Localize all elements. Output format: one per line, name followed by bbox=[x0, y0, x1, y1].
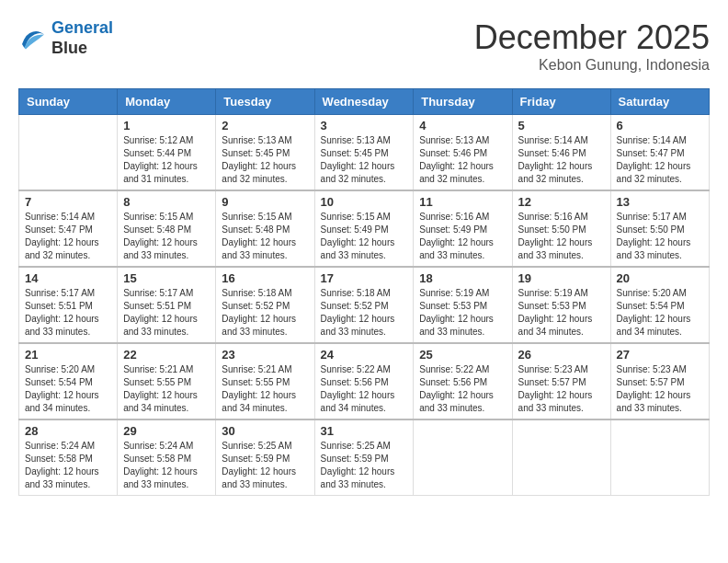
calendar-cell: 24Sunrise: 5:22 AM Sunset: 5:56 PM Dayli… bbox=[314, 343, 414, 419]
title-block: December 2025 Kebon Gunung, Indonesia bbox=[474, 18, 710, 74]
day-info: Sunrise: 5:19 AM Sunset: 5:53 PM Dayligh… bbox=[518, 287, 605, 339]
day-number: 27 bbox=[617, 348, 703, 362]
calendar-cell: 26Sunrise: 5:23 AM Sunset: 5:57 PM Dayli… bbox=[512, 343, 610, 419]
week-row-4: 21Sunrise: 5:20 AM Sunset: 5:54 PM Dayli… bbox=[19, 343, 710, 419]
day-info: Sunrise: 5:25 AM Sunset: 5:59 PM Dayligh… bbox=[222, 440, 308, 491]
day-number: 2 bbox=[222, 119, 308, 132]
calendar-cell: 6Sunrise: 5:14 AM Sunset: 5:47 PM Daylig… bbox=[610, 115, 709, 191]
day-number: 6 bbox=[617, 119, 703, 132]
day-number: 10 bbox=[321, 195, 408, 209]
day-info: Sunrise: 5:18 AM Sunset: 5:52 PM Dayligh… bbox=[321, 287, 408, 339]
calendar-cell bbox=[19, 115, 118, 191]
calendar-cell: 25Sunrise: 5:22 AM Sunset: 5:56 PM Dayli… bbox=[414, 343, 512, 419]
calendar-cell: 22Sunrise: 5:21 AM Sunset: 5:55 PM Dayli… bbox=[118, 343, 216, 419]
week-row-2: 7Sunrise: 5:14 AM Sunset: 5:47 PM Daylig… bbox=[19, 190, 710, 267]
day-info: Sunrise: 5:24 AM Sunset: 5:58 PM Dayligh… bbox=[123, 440, 210, 491]
day-info: Sunrise: 5:16 AM Sunset: 5:49 PM Dayligh… bbox=[419, 211, 506, 262]
day-info: Sunrise: 5:12 AM Sunset: 5:44 PM Dayligh… bbox=[123, 134, 210, 186]
calendar-cell: 28Sunrise: 5:24 AM Sunset: 5:58 PM Dayli… bbox=[19, 419, 118, 496]
day-info: Sunrise: 5:21 AM Sunset: 5:55 PM Dayligh… bbox=[222, 363, 308, 415]
calendar-cell: 23Sunrise: 5:21 AM Sunset: 5:55 PM Dayli… bbox=[216, 343, 314, 419]
day-info: Sunrise: 5:17 AM Sunset: 5:51 PM Dayligh… bbox=[25, 287, 111, 339]
page-header: General Blue December 2025 Kebon Gunung,… bbox=[18, 18, 710, 74]
calendar-cell: 13Sunrise: 5:17 AM Sunset: 5:50 PM Dayli… bbox=[610, 190, 709, 267]
col-header-friday: Friday bbox=[512, 89, 610, 115]
day-number: 16 bbox=[222, 271, 308, 285]
calendar-cell: 21Sunrise: 5:20 AM Sunset: 5:54 PM Dayli… bbox=[19, 343, 118, 419]
calendar-cell: 9Sunrise: 5:15 AM Sunset: 5:48 PM Daylig… bbox=[216, 190, 314, 267]
day-number: 12 bbox=[518, 195, 605, 209]
day-info: Sunrise: 5:21 AM Sunset: 5:55 PM Dayligh… bbox=[123, 363, 210, 415]
logo-text: General Blue bbox=[51, 18, 113, 58]
calendar-table: SundayMondayTuesdayWednesdayThursdayFrid… bbox=[18, 88, 710, 496]
calendar-cell: 11Sunrise: 5:16 AM Sunset: 5:49 PM Dayli… bbox=[414, 190, 512, 267]
day-number: 19 bbox=[518, 271, 605, 285]
day-info: Sunrise: 5:13 AM Sunset: 5:46 PM Dayligh… bbox=[419, 134, 506, 186]
day-number: 22 bbox=[123, 348, 210, 362]
day-number: 1 bbox=[123, 119, 210, 132]
day-info: Sunrise: 5:18 AM Sunset: 5:52 PM Dayligh… bbox=[222, 287, 308, 339]
day-info: Sunrise: 5:14 AM Sunset: 5:46 PM Dayligh… bbox=[518, 134, 605, 186]
calendar-cell: 17Sunrise: 5:18 AM Sunset: 5:52 PM Dayli… bbox=[314, 267, 414, 343]
col-header-wednesday: Wednesday bbox=[314, 89, 414, 115]
day-number: 23 bbox=[222, 348, 308, 362]
day-info: Sunrise: 5:13 AM Sunset: 5:45 PM Dayligh… bbox=[222, 134, 308, 186]
location-subtitle: Kebon Gunung, Indonesia bbox=[474, 57, 710, 74]
calendar-cell: 5Sunrise: 5:14 AM Sunset: 5:46 PM Daylig… bbox=[512, 115, 610, 191]
day-number: 18 bbox=[419, 271, 506, 285]
day-info: Sunrise: 5:23 AM Sunset: 5:57 PM Dayligh… bbox=[518, 363, 605, 415]
day-info: Sunrise: 5:13 AM Sunset: 5:45 PM Dayligh… bbox=[321, 134, 408, 186]
calendar-cell: 16Sunrise: 5:18 AM Sunset: 5:52 PM Dayli… bbox=[216, 267, 314, 343]
week-row-3: 14Sunrise: 5:17 AM Sunset: 5:51 PM Dayli… bbox=[19, 267, 710, 343]
week-row-1: 1Sunrise: 5:12 AM Sunset: 5:44 PM Daylig… bbox=[19, 115, 710, 191]
calendar-cell bbox=[414, 419, 512, 496]
day-info: Sunrise: 5:15 AM Sunset: 5:48 PM Dayligh… bbox=[123, 211, 210, 262]
day-info: Sunrise: 5:23 AM Sunset: 5:57 PM Dayligh… bbox=[617, 363, 703, 415]
col-header-monday: Monday bbox=[118, 89, 216, 115]
calendar-cell: 4Sunrise: 5:13 AM Sunset: 5:46 PM Daylig… bbox=[414, 115, 512, 191]
calendar-cell: 27Sunrise: 5:23 AM Sunset: 5:57 PM Dayli… bbox=[610, 343, 709, 419]
calendar-cell: 20Sunrise: 5:20 AM Sunset: 5:54 PM Dayli… bbox=[610, 267, 709, 343]
calendar-cell bbox=[610, 419, 709, 496]
logo: General Blue bbox=[18, 18, 113, 58]
day-info: Sunrise: 5:20 AM Sunset: 5:54 PM Dayligh… bbox=[25, 363, 111, 415]
week-row-5: 28Sunrise: 5:24 AM Sunset: 5:58 PM Dayli… bbox=[19, 419, 710, 496]
day-info: Sunrise: 5:24 AM Sunset: 5:58 PM Dayligh… bbox=[25, 440, 111, 491]
day-number: 15 bbox=[123, 271, 210, 285]
calendar-cell: 18Sunrise: 5:19 AM Sunset: 5:53 PM Dayli… bbox=[414, 267, 512, 343]
col-header-tuesday: Tuesday bbox=[216, 89, 314, 115]
day-number: 21 bbox=[25, 348, 111, 362]
col-header-thursday: Thursday bbox=[414, 89, 512, 115]
day-info: Sunrise: 5:22 AM Sunset: 5:56 PM Dayligh… bbox=[419, 363, 506, 415]
day-number: 30 bbox=[222, 424, 308, 438]
day-number: 13 bbox=[617, 195, 703, 209]
day-number: 26 bbox=[518, 348, 605, 362]
day-number: 31 bbox=[321, 424, 408, 438]
day-info: Sunrise: 5:14 AM Sunset: 5:47 PM Dayligh… bbox=[25, 211, 111, 262]
calendar-cell: 3Sunrise: 5:13 AM Sunset: 5:45 PM Daylig… bbox=[314, 115, 414, 191]
calendar-cell: 10Sunrise: 5:15 AM Sunset: 5:49 PM Dayli… bbox=[314, 190, 414, 267]
col-header-saturday: Saturday bbox=[610, 89, 709, 115]
day-number: 9 bbox=[222, 195, 308, 209]
day-info: Sunrise: 5:15 AM Sunset: 5:49 PM Dayligh… bbox=[321, 211, 408, 262]
calendar-cell: 8Sunrise: 5:15 AM Sunset: 5:48 PM Daylig… bbox=[118, 190, 216, 267]
day-info: Sunrise: 5:20 AM Sunset: 5:54 PM Dayligh… bbox=[617, 287, 703, 339]
day-info: Sunrise: 5:19 AM Sunset: 5:53 PM Dayligh… bbox=[419, 287, 506, 339]
day-number: 24 bbox=[321, 348, 408, 362]
calendar-cell bbox=[512, 419, 610, 496]
day-number: 17 bbox=[321, 271, 408, 285]
day-number: 5 bbox=[518, 119, 605, 132]
day-number: 29 bbox=[123, 424, 210, 438]
calendar-cell: 1Sunrise: 5:12 AM Sunset: 5:44 PM Daylig… bbox=[118, 115, 216, 191]
calendar-cell: 30Sunrise: 5:25 AM Sunset: 5:59 PM Dayli… bbox=[216, 419, 314, 496]
day-number: 25 bbox=[419, 348, 506, 362]
calendar-cell: 31Sunrise: 5:25 AM Sunset: 5:59 PM Dayli… bbox=[314, 419, 414, 496]
calendar-cell: 15Sunrise: 5:17 AM Sunset: 5:51 PM Dayli… bbox=[118, 267, 216, 343]
calendar-cell: 29Sunrise: 5:24 AM Sunset: 5:58 PM Dayli… bbox=[118, 419, 216, 496]
day-info: Sunrise: 5:15 AM Sunset: 5:48 PM Dayligh… bbox=[222, 211, 308, 262]
month-year-title: December 2025 bbox=[474, 18, 710, 57]
day-number: 20 bbox=[617, 271, 703, 285]
day-info: Sunrise: 5:14 AM Sunset: 5:47 PM Dayligh… bbox=[617, 134, 703, 186]
calendar-cell: 12Sunrise: 5:16 AM Sunset: 5:50 PM Dayli… bbox=[512, 190, 610, 267]
day-info: Sunrise: 5:17 AM Sunset: 5:51 PM Dayligh… bbox=[123, 287, 210, 339]
